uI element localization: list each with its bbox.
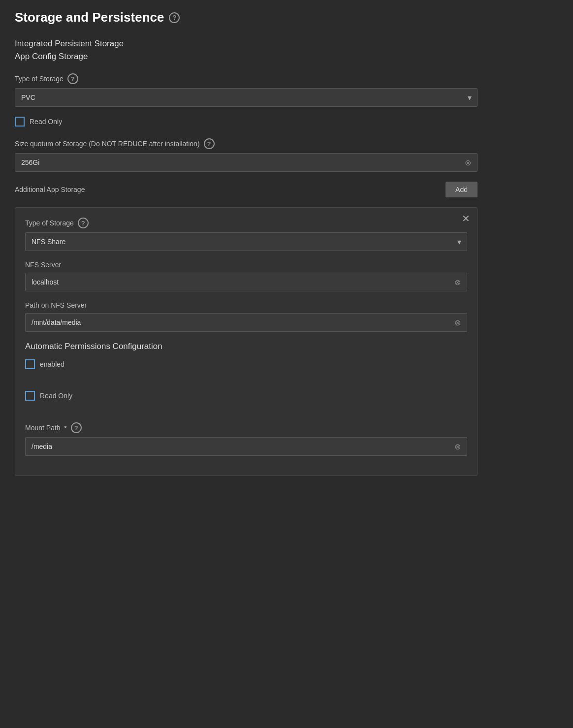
mount-path-clear-icon[interactable]: ⊗	[452, 442, 462, 451]
mount-path-help-icon[interactable]: ?	[71, 422, 82, 433]
spacer2	[25, 412, 467, 422]
card-type-of-storage-select[interactable]: PVC NFS Share HostPath emptyDir	[25, 232, 467, 251]
nfs-server-input[interactable]	[25, 273, 467, 291]
read-only-checkbox[interactable]	[15, 117, 25, 127]
size-quota-clear-icon[interactable]: ⊗	[463, 158, 473, 167]
size-quota-label-row: Size quotum of Storage (Do NOT REDUCE af…	[15, 138, 478, 149]
additional-storage-label: Additional App Storage	[15, 186, 85, 193]
card-read-only-checkbox[interactable]	[25, 391, 35, 401]
nfs-server-label: NFS Server	[25, 261, 61, 269]
enabled-label: enabled	[40, 360, 64, 368]
read-only-row: Read Only	[15, 117, 478, 127]
type-of-storage-help-icon[interactable]: ?	[67, 73, 78, 84]
type-of-storage-select[interactable]: PVC NFS Share HostPath emptyDir	[15, 88, 478, 107]
card-read-only-label: Read Only	[40, 392, 72, 400]
mount-path-label: Mount Path	[25, 424, 61, 432]
card-read-only-row: Read Only	[25, 391, 467, 401]
enabled-checkbox[interactable]	[25, 359, 35, 369]
mount-path-required-star: *	[64, 424, 67, 432]
path-nfs-label-row: Path on NFS Server	[25, 301, 467, 309]
add-storage-button[interactable]: Add	[446, 182, 478, 197]
type-of-storage-select-wrapper: PVC NFS Share HostPath emptyDir ▾	[15, 88, 478, 107]
spacer	[25, 381, 467, 391]
card-type-of-storage-label-row: Type of Storage ?	[25, 218, 467, 228]
mount-path-label-row: Mount Path * ?	[25, 422, 467, 433]
size-quota-input-wrapper: ⊗	[15, 153, 478, 172]
section-app-config: App Config Storage	[15, 52, 478, 62]
size-quota-input[interactable]	[15, 153, 478, 172]
mount-path-input-wrapper: ⊗	[25, 437, 467, 456]
additional-storage-header: Additional App Storage Add	[15, 182, 478, 197]
enabled-row: enabled	[25, 359, 467, 369]
card-type-of-storage-select-wrapper: PVC NFS Share HostPath emptyDir ▾	[25, 232, 467, 251]
path-nfs-label: Path on NFS Server	[25, 301, 87, 309]
page-title: Storage and Persistence	[15, 10, 164, 25]
size-quota-help-icon[interactable]: ?	[204, 138, 215, 149]
auto-permissions-title: Automatic Permissions Configuration	[25, 342, 467, 351]
path-nfs-input[interactable]	[25, 313, 467, 332]
nfs-server-input-wrapper: ⊗	[25, 273, 467, 291]
storage-card-close-icon[interactable]: ✕	[462, 214, 470, 223]
card-type-of-storage-label: Type of Storage	[25, 219, 74, 227]
mount-path-input[interactable]	[25, 437, 467, 456]
page-container: Storage and Persistence ? Integrated Per…	[0, 0, 492, 496]
section-integrated: Integrated Persistent Storage	[15, 39, 478, 49]
nfs-server-label-row: NFS Server	[25, 261, 467, 269]
path-nfs-clear-icon[interactable]: ⊗	[452, 317, 462, 327]
read-only-label: Read Only	[30, 118, 62, 126]
page-help-icon[interactable]: ?	[169, 12, 180, 23]
nfs-server-clear-icon[interactable]: ⊗	[452, 277, 462, 287]
storage-card: ✕ Type of Storage ? PVC NFS Share HostPa…	[15, 207, 478, 476]
type-of-storage-label: Type of Storage	[15, 75, 64, 83]
size-quota-label: Size quotum of Storage (Do NOT REDUCE af…	[15, 140, 200, 148]
type-of-storage-label-row: Type of Storage ?	[15, 73, 478, 84]
path-nfs-input-wrapper: ⊗	[25, 313, 467, 332]
card-type-of-storage-help-icon[interactable]: ?	[78, 218, 89, 228]
page-title-row: Storage and Persistence ?	[15, 10, 478, 25]
